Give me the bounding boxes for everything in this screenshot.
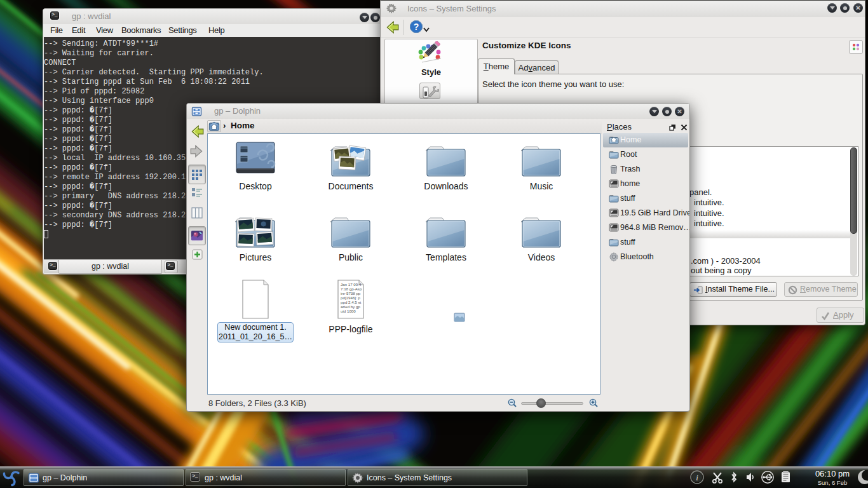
svg-text:i: i bbox=[696, 473, 698, 482]
svg-text:Jan 17 09:4: Jan 17 09:4 bbox=[341, 282, 362, 287]
svg-text:pd[1946]: p: pd[1946]: p bbox=[341, 295, 361, 300]
svg-text:?: ? bbox=[414, 22, 419, 32]
svg-text:7:18 gp-Asp: 7:18 gp-Asp bbox=[341, 287, 362, 291]
svg-text:arted by gp: arted by gp bbox=[341, 304, 361, 309]
svg-text:uid 1000: uid 1000 bbox=[341, 309, 356, 313]
svg-text:ppd 2.4.5 st: ppd 2.4.5 st bbox=[341, 300, 362, 304]
svg-text:ire-5738 pp: ire-5738 pp bbox=[341, 291, 361, 295]
